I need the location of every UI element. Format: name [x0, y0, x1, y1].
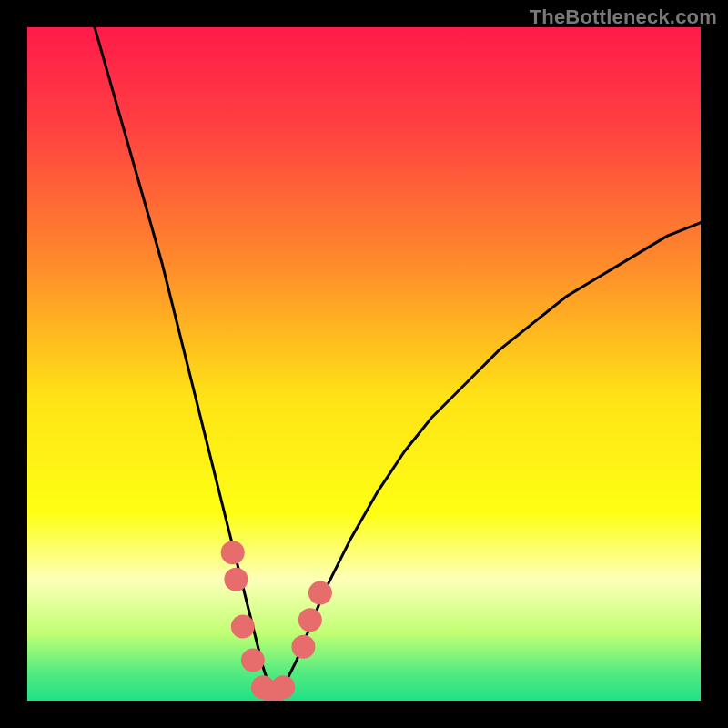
marker-point [308, 581, 332, 605]
marker-point [271, 675, 295, 699]
marker-point [298, 608, 322, 632]
marker-point [241, 649, 265, 672]
chart-frame [27, 27, 701, 701]
gradient-background [27, 27, 701, 701]
bottleneck-chart [27, 27, 701, 701]
marker-point [224, 568, 248, 592]
watermark-text: TheBottleneck.com [530, 5, 717, 29]
marker-point [231, 615, 255, 639]
marker-point [291, 635, 315, 659]
marker-point [221, 541, 245, 564]
